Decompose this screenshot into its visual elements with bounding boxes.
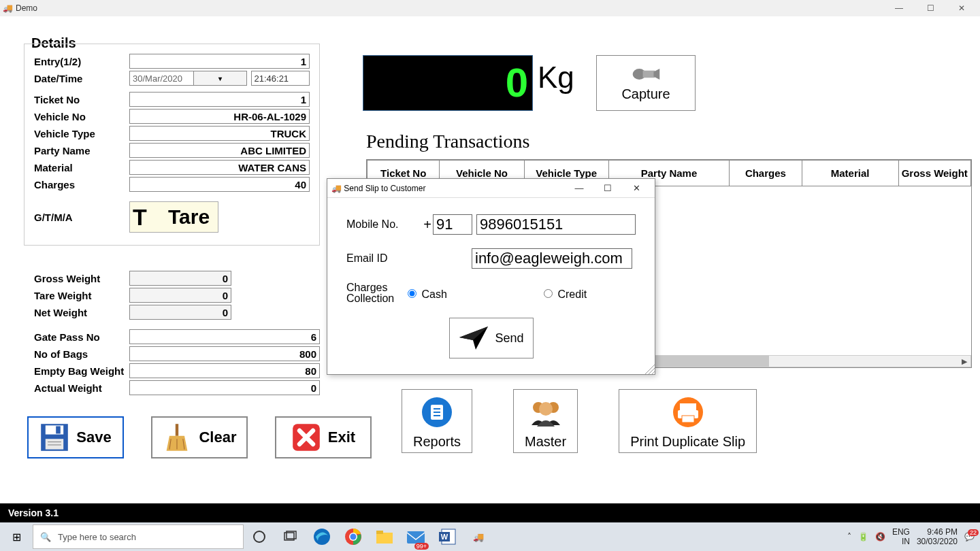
edge-taskbar-icon[interactable] bbox=[306, 522, 338, 551]
tare-indicator: T Tare bbox=[129, 201, 218, 233]
svg-point-30 bbox=[350, 534, 357, 540]
master-label: Master bbox=[525, 433, 566, 450]
charges-label: Charges bbox=[34, 179, 129, 190]
col-charges[interactable]: Charges bbox=[730, 161, 802, 186]
dialog-title: Send Slip to Customer bbox=[344, 184, 425, 193]
tare-text: Tare bbox=[154, 207, 218, 227]
svg-rect-31 bbox=[376, 533, 393, 544]
version-bar: Version 3.1 bbox=[0, 503, 980, 522]
date-dropdown-icon[interactable] bbox=[194, 71, 247, 86]
system-tray[interactable]: ˄ 🔋 🔇 ENGIN 9:46 PM30/03/2020 💬22 bbox=[847, 527, 980, 547]
email-label: Email ID bbox=[346, 253, 442, 264]
minimize-button[interactable]: — bbox=[883, 3, 915, 13]
vehicle-no-input[interactable] bbox=[129, 109, 310, 124]
pending-title: Pending Transactions bbox=[366, 132, 529, 151]
date-input[interactable] bbox=[129, 71, 194, 86]
svg-point-20 bbox=[539, 402, 553, 416]
emptybag-input[interactable] bbox=[129, 363, 320, 378]
taskbar-search[interactable]: 🔍 Type here to search bbox=[33, 524, 244, 549]
broom-icon bbox=[162, 422, 192, 452]
actual-weight-input[interactable] bbox=[129, 380, 320, 395]
tare-weight-label: Tare Weight bbox=[34, 290, 129, 301]
time-input[interactable] bbox=[251, 71, 310, 86]
notifications-icon[interactable]: 💬22 bbox=[964, 532, 975, 541]
mobile-input[interactable] bbox=[476, 214, 636, 235]
master-button[interactable]: Master bbox=[513, 389, 578, 453]
clear-button[interactable]: Clear bbox=[151, 416, 248, 458]
save-label: Save bbox=[76, 430, 111, 445]
ticket-input[interactable] bbox=[129, 92, 310, 107]
chrome-taskbar-icon[interactable] bbox=[338, 522, 369, 551]
clock[interactable]: 9:46 PM30/03/2020 bbox=[917, 527, 958, 547]
dialog-close-button[interactable]: ✕ bbox=[622, 183, 651, 193]
email-input[interactable] bbox=[472, 248, 632, 269]
dialog-titlebar: 🚚 Send Slip to Customer — ☐ ✕ bbox=[327, 179, 655, 198]
emptybag-label: Empty Bag Weight bbox=[34, 365, 129, 377]
actual-weight-label: Actual Weight bbox=[34, 382, 129, 394]
material-input[interactable] bbox=[129, 160, 310, 175]
save-button[interactable]: Save bbox=[27, 416, 124, 458]
entry-label: Entry(1/2) bbox=[34, 56, 129, 67]
truck-icon: 🚚 bbox=[331, 184, 342, 193]
close-button[interactable]: ✕ bbox=[946, 3, 977, 13]
dialog-minimize-button[interactable]: — bbox=[565, 183, 593, 193]
svg-rect-4 bbox=[56, 427, 61, 434]
gatepass-input[interactable] bbox=[129, 329, 320, 344]
app-taskbar-icon[interactable]: 🚚 bbox=[463, 522, 494, 551]
vehicle-type-label: Vehicle Type bbox=[34, 128, 129, 139]
reports-label: Reports bbox=[413, 433, 461, 450]
net-weight-input[interactable] bbox=[129, 305, 231, 320]
bags-input[interactable] bbox=[129, 346, 320, 361]
maximize-button[interactable]: ☐ bbox=[915, 3, 946, 13]
entry-input[interactable] bbox=[129, 54, 310, 69]
col-gross[interactable]: Gross Weight bbox=[898, 161, 970, 186]
cortana-button[interactable] bbox=[244, 522, 275, 551]
mobile-label: Mobile No. bbox=[346, 219, 423, 230]
exit-button[interactable]: Exit bbox=[275, 416, 372, 458]
gross-weight-label: Gross Weight bbox=[34, 273, 129, 284]
exit-label: Exit bbox=[328, 430, 355, 445]
gross-weight-input[interactable] bbox=[129, 271, 231, 286]
country-code-input[interactable] bbox=[433, 214, 472, 235]
search-placeholder: Type here to search bbox=[58, 532, 136, 542]
explorer-taskbar-icon[interactable] bbox=[369, 522, 400, 551]
capture-button[interactable]: Capture bbox=[596, 55, 696, 111]
cash-radio[interactable]: Cash bbox=[404, 287, 500, 300]
tare-letter: T bbox=[130, 205, 154, 229]
weight-value: 0 bbox=[506, 63, 528, 103]
reports-button[interactable]: Reports bbox=[402, 389, 472, 453]
details-panel: Entry(1/2) Date/Time Ticket No Vehicle N… bbox=[24, 44, 320, 246]
start-button[interactable]: ⊞ bbox=[0, 531, 33, 544]
tare-weight-input[interactable] bbox=[129, 288, 231, 303]
camera-icon bbox=[631, 65, 661, 84]
language-indicator[interactable]: ENGIN bbox=[892, 527, 910, 547]
battery-icon[interactable]: 🔋 bbox=[858, 532, 868, 541]
dialog-maximize-button[interactable]: ☐ bbox=[593, 183, 622, 193]
resize-grip-icon[interactable] bbox=[645, 365, 655, 374]
people-icon bbox=[527, 395, 564, 432]
party-label: Party Name bbox=[34, 145, 129, 156]
svg-rect-5 bbox=[46, 439, 63, 449]
svg-rect-22 bbox=[680, 403, 696, 410]
reports-icon bbox=[419, 395, 455, 432]
send-icon bbox=[458, 325, 489, 351]
svg-text:W: W bbox=[441, 533, 448, 541]
mail-taskbar-icon[interactable]: 99+ bbox=[400, 522, 431, 551]
word-taskbar-icon[interactable]: W bbox=[431, 522, 463, 551]
send-button[interactable]: Send bbox=[449, 318, 534, 358]
ticket-label: Ticket No bbox=[34, 94, 129, 105]
charges-input[interactable] bbox=[129, 177, 310, 192]
send-slip-dialog: 🚚 Send Slip to Customer — ☐ ✕ Mobile No.… bbox=[327, 178, 655, 375]
vehicle-type-input[interactable] bbox=[129, 126, 310, 141]
svg-rect-8 bbox=[176, 424, 178, 436]
task-view-button[interactable] bbox=[275, 522, 306, 551]
tray-chevron-icon[interactable]: ˄ bbox=[847, 532, 851, 541]
col-material[interactable]: Material bbox=[802, 161, 898, 186]
credit-radio[interactable]: Credit bbox=[540, 287, 636, 300]
svg-rect-32 bbox=[376, 531, 383, 534]
capture-label: Capture bbox=[621, 86, 670, 102]
taskbar: ⊞ 🔍 Type here to search 99+ W 🚚 ˄ 🔋 🔇 EN… bbox=[0, 522, 980, 551]
volume-icon[interactable]: 🔇 bbox=[875, 532, 885, 541]
party-input[interactable] bbox=[129, 143, 310, 158]
print-duplicate-button[interactable]: Print Duplicate Slip bbox=[619, 389, 757, 453]
